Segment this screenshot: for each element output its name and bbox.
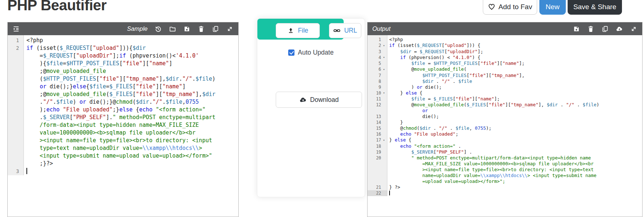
output-label: Output bbox=[372, 25, 391, 32]
upload-icon bbox=[287, 27, 294, 34]
new-button[interactable]: New bbox=[539, 0, 566, 15]
code-line[interactable]: ($HTTP_POST_FILES["file"]["tmp_name"],$d… bbox=[8, 75, 238, 83]
code-line[interactable]: 5 $file = $HTTP_POST_FILES["file"]["name… bbox=[368, 60, 642, 66]
line-number bbox=[8, 60, 24, 67]
code-line[interactable]: =$_REQUEST["uploadDir"];if (phpversion()… bbox=[8, 52, 238, 60]
line-number: 2 bbox=[8, 44, 24, 52]
code-line[interactable]: 15 @chmod($dir . "/" . $file, 0755); bbox=[368, 125, 642, 131]
line-number bbox=[8, 137, 24, 144]
url-button[interactable]: URL bbox=[329, 23, 361, 38]
fold-arrow[interactable]: ▾ bbox=[381, 67, 385, 73]
code-line[interactable]: 20 " method=POST enctype=multipart/form-… bbox=[368, 155, 642, 161]
line-number: 17▾ bbox=[368, 137, 387, 143]
code-line[interactable]: 1<?php bbox=[8, 37, 238, 44]
code-line[interactable]: 9 ) or die(); bbox=[368, 84, 642, 90]
line-number: 19 bbox=[368, 149, 387, 155]
download-button[interactable]: Download bbox=[276, 92, 362, 108]
code-line[interactable]: or die();}else{$file=$_FILES["file"]["na… bbox=[8, 83, 238, 91]
code-line[interactable]: ;@move_uploaded_file($_FILES["file"]["tm… bbox=[8, 91, 238, 98]
save-icon[interactable] bbox=[573, 25, 580, 33]
code-line[interactable]: =upload value=upload></form>"; bbox=[368, 179, 642, 184]
code-line[interactable]: 14 } bbox=[368, 119, 642, 125]
code-line[interactable]: 2if (isset($_REQUEST["upload"])){$dir bbox=[8, 44, 238, 52]
code-line[interactable]: type=text name=uploadDir value=\\xampp\\… bbox=[8, 144, 238, 152]
output-code-editor[interactable]: 1<?php2▾if (isset($_REQUEST["upload"])) … bbox=[368, 35, 642, 217]
code-line[interactable]: 6▾ @move_uploaded_file( bbox=[368, 66, 642, 73]
expand-icon[interactable] bbox=[630, 25, 637, 33]
code-line[interactable]: 11 $file = $_FILES["file"]["name"]; bbox=[368, 96, 642, 102]
save-share-button[interactable]: Save & Share bbox=[568, 0, 622, 15]
code-line[interactable]: 12 @move_uploaded_file($_FILES["file"]["… bbox=[368, 102, 642, 108]
code-line[interactable]: 3 $dir = $_REQUEST["uploadDir"]; bbox=[368, 49, 642, 55]
code-line[interactable]: 2▾if (isset($_REQUEST["upload"])) { bbox=[368, 43, 642, 49]
code-line[interactable]: or bbox=[368, 108, 642, 114]
fold-arrow[interactable]: ▾ bbox=[381, 43, 385, 49]
code-line[interactable]: =MAX_FILE_SIZE value=1000000000><b>sqlma… bbox=[368, 161, 642, 167]
line-number: 14 bbox=[368, 119, 387, 125]
line-number: 22 bbox=[368, 190, 387, 196]
line-number: 16 bbox=[368, 131, 387, 137]
sample-code-editor[interactable]: 1<?php2if (isset($_REQUEST["upload"])){$… bbox=[8, 35, 238, 217]
fold-arrow[interactable]: ▾ bbox=[381, 55, 385, 60]
expand-icon[interactable] bbox=[226, 25, 234, 33]
trash-icon[interactable] bbox=[587, 25, 594, 33]
folder-icon[interactable] bbox=[169, 25, 176, 33]
code-line[interactable]: 16 echo "File uploaded"; bbox=[368, 131, 642, 137]
code-line[interactable]: 4▾ if (phpversion() < "4.1.0") { bbox=[368, 55, 642, 61]
line-number: 3 bbox=[368, 49, 387, 55]
file-button[interactable]: File bbox=[276, 23, 320, 38]
line-number: 3 bbox=[8, 168, 24, 175]
output-toolbar: Output bbox=[368, 22, 642, 35]
code-line[interactable]: ;@move_uploaded_file bbox=[8, 67, 238, 75]
code-line[interactable]: 19 $_SERVER["PHP_SELF"] . bbox=[368, 149, 642, 155]
code-line[interactable]: name=uploadDir value=\\xampp\\htdocs\\> … bbox=[368, 173, 642, 179]
page-title: PHP Beautifier bbox=[7, 0, 106, 14]
code-line[interactable]: 22 bbox=[368, 190, 642, 196]
line-number bbox=[8, 98, 24, 106]
code-line[interactable]: 7 $HTTP_POST_FILES["file"]["tmp_name"], bbox=[368, 73, 642, 78]
fold-arrow[interactable]: ▾ bbox=[381, 137, 385, 143]
code-line[interactable]: ){$file=$HTTP_POST_FILES["file"]["name"] bbox=[8, 60, 238, 67]
save-icon[interactable] bbox=[183, 25, 191, 33]
trash-icon[interactable] bbox=[198, 25, 205, 33]
code-line[interactable]: );echo "File uploaded";}else {echo "<for… bbox=[8, 106, 238, 114]
code-line[interactable]: 8 $dir . "/" . $file bbox=[368, 78, 642, 84]
line-number: 21 bbox=[368, 184, 387, 190]
text-cursor bbox=[26, 168, 27, 174]
code-line[interactable]: ."/".$file) or die();}@chmod($dir."/".$f… bbox=[8, 98, 238, 106]
add-to-fav-button[interactable]: Add to Fav bbox=[483, 0, 537, 15]
line-number bbox=[8, 144, 24, 152]
history-icon[interactable] bbox=[155, 25, 162, 33]
code-line[interactable]: .$_SERVER["PHP_SELF"]." method=POST enct… bbox=[8, 114, 238, 121]
code-line[interactable]: value=1000000000><b>sqlmap file uploader… bbox=[8, 129, 238, 137]
cloud-download-icon[interactable] bbox=[616, 25, 623, 33]
code-line[interactable]: 3 bbox=[8, 168, 238, 175]
output-panel: Output bbox=[367, 22, 643, 217]
copy-icon[interactable] bbox=[212, 25, 219, 33]
line-number bbox=[8, 52, 24, 60]
auto-update-row: Auto Update bbox=[257, 48, 365, 57]
line-number bbox=[8, 83, 24, 91]
line-number: 2▾ bbox=[368, 43, 387, 49]
auto-update-checkbox[interactable] bbox=[288, 49, 294, 56]
code-line[interactable]: <input type=submit name=upload value=upl… bbox=[8, 152, 238, 160]
code-line[interactable]: ><input name=file type=file><br>to direc… bbox=[368, 167, 642, 173]
code-line[interactable]: /form-data><input type=hidden name=MAX_F… bbox=[8, 121, 238, 129]
download-label: Download bbox=[310, 96, 339, 104]
code-line[interactable]: 1<?php bbox=[368, 37, 642, 43]
controls-card: File URL Auto Update Format bbox=[257, 18, 365, 197]
fold-arrow[interactable]: ▾ bbox=[381, 90, 385, 96]
code-line[interactable]: 17▾} else { bbox=[368, 137, 642, 143]
auto-update-label: Auto Update bbox=[298, 49, 333, 56]
add-to-fav-label: Add to Fav bbox=[499, 3, 532, 11]
code-line[interactable]: ;}?> bbox=[8, 160, 238, 168]
line-number: 6▾ bbox=[368, 66, 387, 73]
code-line[interactable]: 13 die(); bbox=[368, 114, 642, 119]
line-number bbox=[8, 75, 24, 83]
code-line[interactable]: 18 echo "<form action=" . bbox=[368, 143, 642, 149]
copy-icon[interactable] bbox=[601, 25, 609, 33]
code-line[interactable]: 21} ?> bbox=[368, 184, 642, 190]
code-line[interactable]: ><input name=file type=file><br>to direc… bbox=[8, 137, 238, 144]
line-number bbox=[368, 179, 387, 184]
code-line[interactable]: 10▾ } else { bbox=[368, 90, 642, 96]
